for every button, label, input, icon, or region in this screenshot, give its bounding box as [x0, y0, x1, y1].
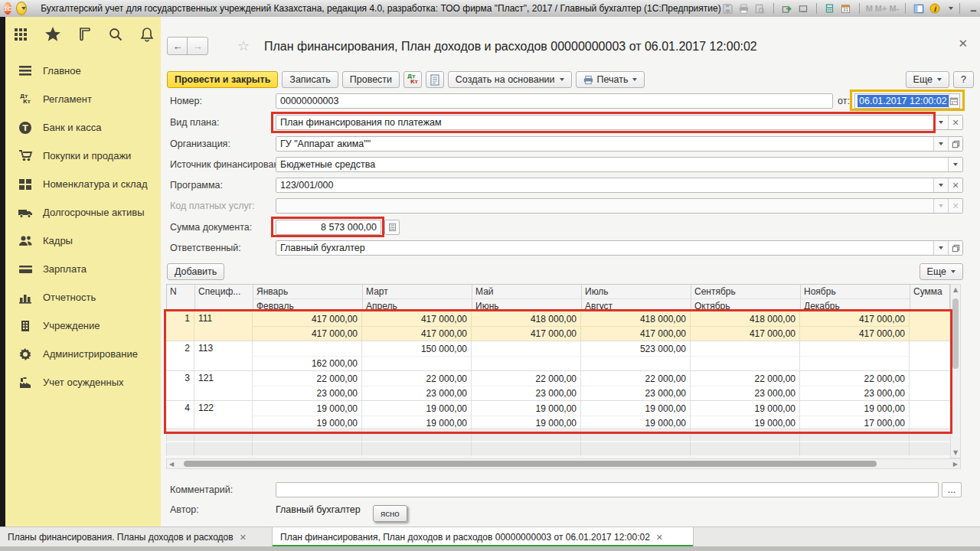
scroll-right-icon[interactable]: ▶: [953, 461, 958, 468]
show-postings-button[interactable]: ДтКт: [403, 71, 422, 88]
memory-m-minus-button[interactable]: M-: [889, 4, 899, 13]
info-icon[interactable]: i: [928, 2, 942, 15]
number-input[interactable]: [276, 93, 833, 109]
tab-plans-list[interactable]: Планы финансирования. Планы доходов и ра…: [0, 527, 273, 547]
table-row[interactable]: 1 111 417 000,00 417 000,00 418 000,00 4…: [166, 311, 950, 341]
post-button[interactable]: Провести: [342, 71, 400, 88]
dropdown-button[interactable]: [933, 178, 948, 192]
print-button[interactable]: Печать: [576, 71, 645, 88]
dropdown-button[interactable]: [933, 241, 948, 255]
col-august[interactable]: Август: [581, 298, 691, 312]
sidebar-item-uchet-osuzhdennyh[interactable]: Учет осужденных: [5, 368, 161, 396]
close-tab-icon[interactable]: ✕: [656, 533, 663, 543]
sidebar-item-bank-kassa[interactable]: ТБанк и касса: [5, 113, 161, 142]
chevron-down-icon[interactable]: [949, 7, 953, 10]
responsible-select[interactable]: Главный бухгалтер: [276, 240, 963, 256]
col-october[interactable]: Октябрь: [691, 298, 800, 312]
favorite-star-icon[interactable]: ☆: [237, 37, 250, 54]
vertical-scrollbar[interactable]: ▲ ▼: [950, 284, 961, 458]
col-may[interactable]: Май: [472, 285, 581, 298]
dropdown-button[interactable]: [933, 116, 948, 129]
table-row[interactable]: 4 122 19 000,00 19 000,00 19 000,00 19 0…: [166, 401, 950, 431]
tab-plan-document[interactable]: План финансирования, План доходов и расх…: [273, 527, 694, 547]
sidebar-item-dolgosrochnye-aktivy[interactable]: Долгосрочные активы: [5, 198, 161, 227]
comment-input[interactable]: [276, 482, 939, 497]
amount-calculator-button[interactable]: [384, 220, 400, 235]
clear-button[interactable]: ✕: [948, 116, 962, 129]
sidebar-item-glavnoe[interactable]: Главное: [5, 57, 161, 85]
organization-select[interactable]: ГУ "Аппарат акима"": [276, 136, 963, 152]
print-preview-icon[interactable]: [753, 2, 767, 15]
col-february[interactable]: Февраль: [253, 298, 362, 312]
calculator-icon[interactable]: [823, 2, 837, 15]
plan-type-select[interactable]: План финансирования по платежам ✕: [276, 115, 963, 130]
table-row[interactable]: 3 121 22 000,00 22 000,00 22 000,00 22 0…: [166, 371, 950, 401]
sidebar-item-otchetnost[interactable]: Отчетность: [5, 283, 161, 311]
search-icon[interactable]: [107, 26, 124, 43]
print-icon[interactable]: [737, 2, 751, 15]
date-input[interactable]: 06.01.2017 12:00:02: [854, 93, 960, 109]
horizontal-scrollbar[interactable]: ◀ ▶: [166, 458, 961, 469]
help-button[interactable]: ?: [953, 71, 974, 88]
memory-m-plus-button[interactable]: M+: [875, 4, 887, 13]
document-amount-input[interactable]: 8 573 000,00: [276, 220, 381, 235]
col-n[interactable]: N: [167, 285, 194, 312]
funding-source-select[interactable]: Бюджетные средства: [276, 157, 963, 172]
col-march[interactable]: Март: [362, 285, 472, 298]
comment-more-button[interactable]: ...: [942, 482, 962, 497]
close-tab-icon[interactable]: ✕: [240, 533, 247, 543]
back-button[interactable]: ←: [167, 37, 188, 55]
sidebar-item-zarplata[interactable]: Зарплата: [5, 255, 161, 283]
col-april[interactable]: Апрель: [362, 298, 472, 312]
sections-grid-icon[interactable]: [13, 26, 30, 43]
program-select[interactable]: 123/001/000 ✕: [276, 178, 963, 193]
dropdown-button[interactable]: [948, 158, 962, 171]
sidebar-item-uchrezhdenie[interactable]: Учреждение: [5, 311, 161, 340]
post-and-close-button[interactable]: Провести и закрыть: [167, 71, 278, 88]
memory-m-button[interactable]: M: [866, 4, 873, 13]
horizontal-scroll-thumb[interactable]: [184, 461, 877, 467]
open-item-button[interactable]: [948, 137, 962, 151]
col-january[interactable]: Январь: [253, 285, 362, 298]
sidebar-item-nomenklatura-sklad[interactable]: Номенклатура и склад: [5, 170, 161, 198]
favorites-star-icon[interactable]: [44, 26, 61, 43]
main-menu-button[interactable]: [16, 2, 27, 15]
close-form-icon[interactable]: ✕: [958, 38, 968, 49]
calendar-icon[interactable]: 31: [839, 2, 853, 15]
save-icon[interactable]: [721, 2, 735, 15]
sidebar-item-kadry[interactable]: Кадры: [5, 227, 161, 255]
history-icon[interactable]: [76, 26, 93, 43]
get-link-icon[interactable]: [780, 2, 794, 15]
minimize-button[interactable]: [966, 2, 980, 15]
col-november[interactable]: Ноябрь: [800, 285, 910, 298]
col-spec[interactable]: Специф...: [194, 285, 253, 312]
col-december[interactable]: Декабрь: [800, 298, 910, 312]
more-button[interactable]: Еще: [906, 71, 949, 88]
table-row[interactable]: 2 113 150 000,00 523 000,00 162 000,00: [166, 341, 950, 371]
document-register-button[interactable]: [426, 71, 444, 88]
col-june[interactable]: Июнь: [472, 298, 581, 312]
notifications-bell-icon[interactable]: [139, 26, 155, 43]
scroll-down-icon[interactable]: ▼: [953, 449, 958, 456]
scroll-left-icon[interactable]: ◀: [169, 461, 174, 468]
vertical-scroll-thumb[interactable]: [952, 298, 959, 369]
sidebar-item-pokupki-prodazhi[interactable]: Покупки и продажи: [5, 142, 161, 170]
sidebar-item-administrirovanie[interactable]: Администрирование: [5, 340, 161, 368]
scroll-up-icon[interactable]: ▲: [953, 286, 958, 293]
create-based-on-button[interactable]: Создать на основании: [448, 71, 572, 88]
sidebar-item-reglament[interactable]: ДтКтРегламент: [5, 85, 161, 113]
go-link-icon[interactable]: [796, 2, 810, 15]
save-button[interactable]: Записать: [282, 71, 338, 88]
panels-icon[interactable]: [912, 2, 926, 15]
add-row-button[interactable]: Добавить: [167, 263, 224, 280]
col-sum[interactable]: Сумма: [910, 285, 951, 312]
table-more-button[interactable]: Еще: [920, 263, 963, 280]
tooltip-clear-button[interactable]: ясно: [373, 505, 407, 522]
forward-button[interactable]: →: [187, 37, 208, 55]
clear-button[interactable]: ✕: [948, 178, 962, 192]
open-item-button[interactable]: [948, 241, 962, 255]
col-september[interactable]: Сентябрь: [691, 285, 800, 298]
paid-services-code-select[interactable]: ✕: [276, 198, 963, 214]
date-calendar-button[interactable]: [949, 94, 959, 108]
dropdown-button[interactable]: [933, 137, 948, 151]
